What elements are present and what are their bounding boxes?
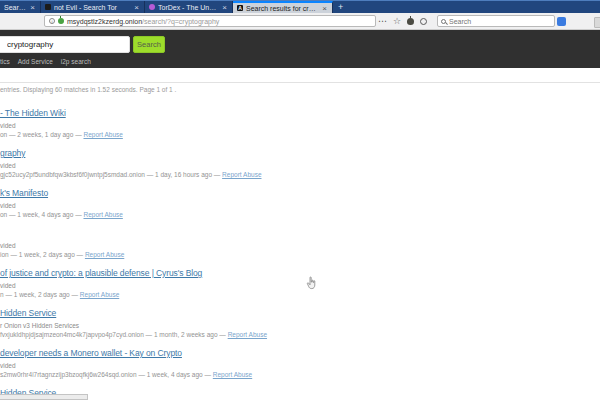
tab-title: not Evil - Search Tor: [54, 4, 130, 11]
new-tab-button[interactable]: +: [333, 1, 348, 13]
result-description: vided: [0, 242, 600, 250]
report-abuse-link[interactable]: Report Abuse: [83, 131, 122, 138]
tab-2[interactable]: not Evil - Search Tor ×: [41, 1, 145, 13]
result-url-age: ion — 1 week, 2 days ago —: [0, 251, 85, 258]
bookmark-star-icon[interactable]: ☆: [393, 14, 401, 28]
tab-close-icon[interactable]: ×: [321, 4, 328, 13]
site-search-button[interactable]: Search: [133, 36, 165, 53]
ahmia-header: Search tics Add Service i2p search: [0, 30, 600, 68]
result-item-3: k's Manifesto vided on — 1 week, 4 days …: [0, 187, 600, 219]
result-meta: fvxjukldhpjdjsajmzeon4mc4k7japvpo4p7cyd.…: [0, 331, 600, 339]
report-abuse-link[interactable]: Report Abuse: [228, 331, 267, 338]
result-meta: ion — 1 week, 2 days ago — Report Abuse: [0, 251, 600, 259]
result-item-1: - The Hidden Wiki vided on — 2 weeks, 1 …: [0, 107, 600, 139]
result-url-age: on — 2 weeks, 1 day ago —: [0, 131, 83, 138]
browser-search-bar[interactable]: [437, 15, 555, 27]
tab-close-icon[interactable]: ×: [29, 3, 36, 12]
tab-3[interactable]: TorDex - The Uncensored Tor Se ×: [145, 1, 233, 13]
result-meta: gjc52ucy2pf5undbfqw3kbsf6f0jwntpj5smdad.…: [0, 171, 600, 179]
result-meta: on — 1 week, 4 days ago — Report Abuse: [0, 211, 600, 219]
result-item-7: developer needs a Monero wallet - Kay on…: [0, 347, 600, 379]
site-search-input[interactable]: [0, 36, 130, 53]
tab-title: TorDex - The Uncensored Tor Se: [158, 4, 218, 11]
result-title-link[interactable]: k's Manifesto: [0, 187, 600, 200]
tab-4-active[interactable]: A Search results for cryptography ×: [233, 1, 333, 13]
toolbar-icons: ⋯ ☆: [378, 14, 427, 28]
noscript-icon[interactable]: [420, 18, 427, 25]
search-icon: [441, 19, 446, 24]
result-description: vided: [0, 282, 600, 290]
result-title-link[interactable]: [0, 227, 600, 240]
results-status-line: entries. Displaying 60 matches in 1.52 s…: [0, 86, 176, 93]
result-title-link[interactable]: Hidden Service: [0, 387, 600, 400]
nav-link-add-service[interactable]: Add Service: [18, 58, 53, 65]
browser-search-input[interactable]: [449, 18, 551, 25]
result-url-age: on — 1 week, 4 days ago —: [0, 211, 83, 218]
result-url-age: gjc52ucy2pf5undbfqw3kbsf6f0jwntpj5smdad.…: [0, 171, 222, 178]
tab-title: Search!: [4, 4, 26, 11]
report-abuse-link[interactable]: Report Abuse: [213, 371, 252, 378]
result-url-age: n — 1 week, 2 days ago —: [0, 291, 80, 298]
result-description: vided: [0, 162, 600, 170]
report-abuse-link[interactable]: Report Abuse: [83, 211, 122, 218]
url-bar[interactable]: i msydqstlz2kzerdg.onion/search/?q=crypt…: [44, 15, 376, 27]
nav-link-statistics[interactable]: tics: [0, 58, 10, 65]
result-description: vided: [0, 122, 600, 130]
result-item-8: Hidden Service: [0, 387, 600, 400]
result-description: vided: [0, 202, 600, 210]
url-path: /search/?q=cryptography: [142, 18, 219, 25]
result-meta: on — 2 weeks, 1 day ago — Report Abuse: [0, 131, 600, 139]
tab-bar: Search! × not Evil - Search Tor × TorDex…: [0, 0, 600, 13]
navigation-toolbar: i msydqstlz2kzerdg.onion/search/?q=crypt…: [0, 13, 600, 30]
tab-close-icon[interactable]: ×: [133, 3, 140, 12]
url-domain: msydqstlz2kzerdg.onion: [67, 18, 142, 25]
result-title-link[interactable]: Hidden Service: [0, 307, 600, 320]
result-item-2: graphy vided gjc52ucy2pf5undbfqw3kbsf6f0…: [0, 147, 600, 179]
torbutton-onion-icon[interactable]: [407, 18, 414, 25]
page-actions-icon[interactable]: ⋯: [378, 14, 387, 28]
result-title-link[interactable]: developer needs a Monero wallet - Kay on…: [0, 347, 600, 360]
report-abuse-link[interactable]: Report Abuse: [80, 291, 119, 298]
extension-icon[interactable]: [557, 17, 566, 26]
tordex-favicon: [149, 4, 155, 10]
result-item-6: Hidden Service r Onion v3 Hidden Service…: [0, 307, 600, 339]
result-meta: s2mw0rhr4i7rtagnzzijp3bzoqfkj6w264sqd.on…: [0, 371, 600, 379]
notevil-favicon: [45, 4, 51, 10]
onion-site-icon: [58, 18, 64, 24]
tab-title: Search results for cryptography: [246, 5, 318, 12]
site-info-icon[interactable]: i: [49, 18, 55, 24]
menu-icon[interactable]: [594, 17, 600, 28]
nav-link-i2p-search[interactable]: i2p search: [61, 58, 91, 65]
ahmia-favicon: A: [237, 5, 243, 11]
divider: [0, 82, 600, 83]
result-description: vided: [0, 362, 600, 370]
result-url-age: fvxjukldhpjdjsajmzeon4mc4k7japvpo4p7cyd.…: [0, 331, 228, 338]
result-description: r Onion v3 Hidden Services: [0, 322, 600, 330]
result-url-age: s2mw0rhr4i7rtagnzzijp3bzoqfkj6w264sqd.on…: [0, 371, 213, 378]
result-title-link[interactable]: - The Hidden Wiki: [0, 107, 600, 120]
result-item-5: of justice and crypto: a plausible defen…: [0, 267, 600, 299]
tab-1[interactable]: Search! ×: [0, 1, 41, 13]
report-abuse-link[interactable]: Report Abuse: [222, 171, 261, 178]
report-abuse-link[interactable]: Report Abuse: [85, 251, 124, 258]
url-text: msydqstlz2kzerdg.onion/search/?q=cryptog…: [67, 18, 219, 25]
result-title-link[interactable]: of justice and crypto: a plausible defen…: [0, 267, 600, 280]
link-target-tooltip: [0, 394, 88, 400]
header-nav: tics Add Service i2p search: [0, 58, 91, 65]
result-item-4: vided ion — 1 week, 2 days ago — Report …: [0, 227, 600, 259]
result-meta: n — 1 week, 2 days ago — Report Abuse: [0, 291, 600, 299]
results-list: - The Hidden Wiki vided on — 2 weeks, 1 …: [0, 107, 600, 400]
tab-close-icon[interactable]: ×: [221, 3, 228, 12]
result-title-link[interactable]: graphy: [0, 147, 600, 160]
